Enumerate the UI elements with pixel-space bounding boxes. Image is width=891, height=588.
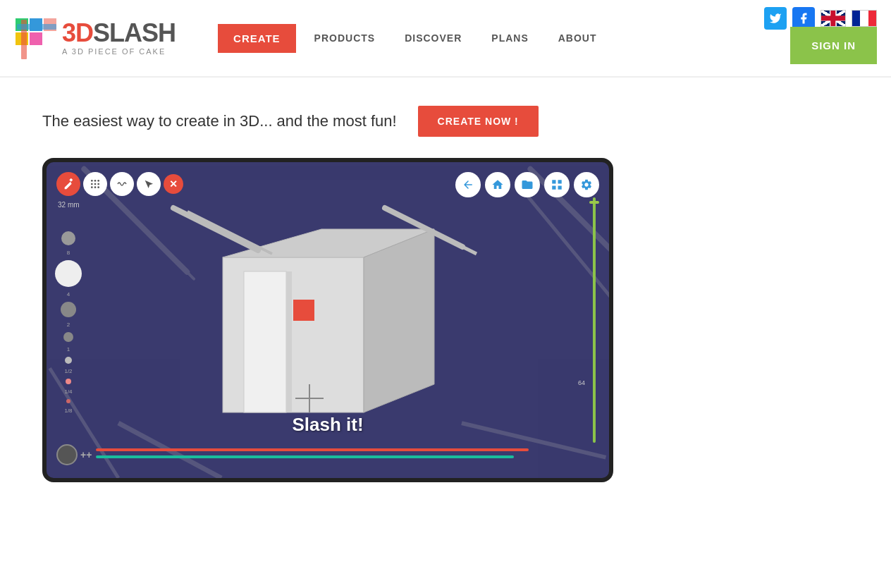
size-dot-quarter[interactable] [66,379,71,384]
right-slider[interactable]: 64 [588,197,601,443]
size-dot-8[interactable] [61,231,75,245]
tool-cursor-button[interactable] [137,172,161,196]
ctrl-circle-button[interactable] [56,444,78,465]
ctrl-plus-label: ++ [80,449,92,460]
slider-value: 64 [578,379,585,386]
tool-home-button[interactable] [485,172,510,197]
size-dot-2[interactable] [61,302,76,317]
tool-paint-button[interactable] [56,172,80,196]
svg-rect-24 [558,180,562,183]
size-value-eighth: 1/8 [64,408,72,414]
progress-bar-teal [96,455,514,458]
progress-bars [96,448,588,458]
svg-point-20 [91,186,93,188]
size-value-4: 4 [67,291,70,298]
svg-point-18 [94,183,97,185]
logo-icon [14,17,56,59]
svg-line-33 [173,208,258,250]
create-now-button[interactable]: CREATE NOW ! [418,106,539,137]
app-screenshot: ✕ 32 mm 8 4 2 1 1/2 1/4 1/8 [42,158,613,482]
discover-nav-link[interactable]: DISCOVER [393,24,473,52]
tool-close-button[interactable]: ✕ [164,174,183,194]
sign-in-button[interactable]: SIGN IN [790,27,877,64]
plans-nav-link[interactable]: PLANS [480,24,539,52]
size-value-half: 1/2 [64,368,72,374]
create-nav-button[interactable]: CREATE [218,24,296,53]
svg-rect-30 [244,271,286,412]
tool-back-button[interactable] [455,172,481,197]
hero-section: The easiest way to create in 3D... and t… [42,106,849,137]
size-dot-4[interactable] [55,260,82,287]
logo[interactable]: 3DSLASH A 3D PIECE OF CAKE [14,17,176,59]
app-subtitle: Slash it! [292,414,363,436]
logo-brand-text: 3DSLASH [62,20,176,46]
size-label: 32 mm [58,201,80,209]
about-nav-link[interactable]: ABOUT [547,24,608,52]
svg-rect-23 [552,180,555,183]
svg-point-21 [94,186,97,188]
size-value-1: 1 [67,346,70,353]
3d-box-graphic [138,201,512,441]
tool-apps-button[interactable] [544,172,570,197]
svg-point-19 [97,183,99,185]
svg-point-14 [91,180,93,182]
svg-rect-31 [286,271,292,412]
progress-bar-red [96,448,529,451]
main-content: The easiest way to create in 3D... and t… [0,78,891,510]
language-fr-flag[interactable] [852,10,877,27]
tool-grid-button[interactable] [83,172,107,196]
svg-rect-32 [293,300,314,321]
slider-track [593,197,596,443]
toolbar-top-left: ✕ [56,172,183,196]
size-dot-eighth[interactable] [66,399,70,403]
svg-point-16 [97,180,99,182]
svg-rect-26 [558,186,562,190]
svg-point-17 [91,183,93,185]
size-value-8: 8 [67,250,70,256]
svg-point-22 [97,186,99,188]
products-nav-link[interactable]: PRODUCTS [303,24,387,52]
bottom-left-control[interactable]: ++ [56,444,92,465]
svg-marker-29 [364,229,434,412]
size-value-2: 2 [67,321,70,328]
hero-headline: The easiest way to create in 3D... and t… [42,112,397,130]
svg-rect-6 [17,24,56,30]
language-uk-flag[interactable] [821,10,846,27]
svg-line-34 [188,212,272,254]
toolbar-top-right [455,172,599,197]
tool-settings-button[interactable] [574,172,599,197]
size-dot-1[interactable] [63,332,73,342]
size-panel: 8 4 2 1 1/2 1/4 1/8 [55,212,82,414]
tool-folder-button[interactable] [515,172,540,197]
svg-rect-4 [30,32,42,45]
size-dot-half[interactable] [65,357,72,364]
tool-wave-button[interactable] [110,172,134,196]
svg-point-15 [94,180,97,182]
logo-subtitle-text: A 3D PIECE OF CAKE [62,47,176,56]
header: 3DSLASH A 3D PIECE OF CAKE CREATE PRODUC… [0,0,891,78]
size-value-quarter: 1/4 [64,388,72,395]
svg-rect-25 [552,186,555,190]
twitter-icon[interactable] [764,7,787,30]
